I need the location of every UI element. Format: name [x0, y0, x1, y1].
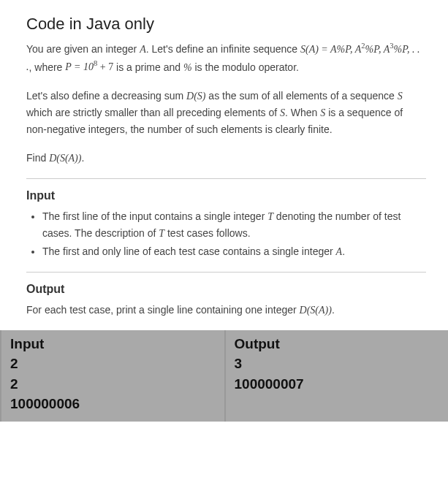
io-line: 3 [235, 354, 440, 374]
io-line: 100000006 [10, 394, 216, 414]
math-S: S [398, 91, 403, 102]
problem-para-2: Let's also define a decreasing sum D(S) … [26, 88, 426, 138]
text: . [332, 304, 335, 316]
text: . Let's define an infinite sequence [146, 43, 300, 55]
math-DS: D(S) [186, 91, 205, 102]
math-A: A [140, 44, 146, 55]
text: is a prime and [113, 61, 183, 72]
text: Let's also define a decreasing sum [26, 90, 186, 102]
page-title: Code in Java only [26, 15, 426, 34]
text: Find [26, 152, 49, 164]
list-item: The first line of the input contains a s… [42, 208, 426, 242]
divider [26, 178, 426, 179]
output-column: Output 3 100000007 [224, 330, 449, 422]
text: , where [29, 61, 66, 72]
input-heading: Input [26, 189, 426, 202]
text: is the modulo operator. [192, 61, 299, 72]
text: . [81, 152, 84, 164]
input-list: The first line of the input contains a s… [26, 208, 426, 260]
p-part: + 7 [97, 61, 113, 72]
problem-para-3: Find D(S(A)). [26, 150, 426, 167]
text: . When [285, 107, 320, 118]
seq-part: S(A) = A%P, A [300, 44, 361, 55]
io-line: 100000007 [235, 374, 440, 395]
math-T: T [267, 211, 273, 222]
output-heading: Output [26, 283, 426, 296]
input-column: Input 2 2 100000006 [0, 330, 224, 422]
io-table: Input 2 2 100000006 Output 3 100000007 [0, 330, 448, 422]
output-para: For each test case, print a single line … [26, 302, 426, 319]
text: You are given an integer [26, 43, 140, 55]
math-pct: % [183, 61, 192, 72]
text: which are strictly smaller than all prec… [26, 107, 280, 118]
math-T: T [159, 228, 164, 239]
math-A: A [336, 246, 343, 257]
text: test cases follows. [164, 227, 251, 239]
text: The first and only line of each test cas… [42, 245, 336, 257]
text: For each test case, print a single line … [26, 304, 300, 316]
text: The first line of the input contains a s… [42, 210, 267, 222]
p-part: P = 10 [65, 61, 94, 72]
math-S: S [280, 107, 285, 118]
text: . [342, 245, 345, 257]
text: as the sum of all elements of a sequence [205, 90, 397, 102]
io-line: 2 [10, 374, 216, 395]
input-col-head: Input [10, 336, 216, 352]
math-DSA: D(S(A)) [49, 153, 81, 164]
list-item: The first and only line of each test cas… [42, 243, 426, 260]
seq-part: %P, A [365, 44, 390, 55]
math-P: P = 108 + 7 [65, 61, 113, 72]
divider [26, 272, 426, 273]
output-col-head: Output [235, 336, 440, 352]
problem-para-1: You are given an integer A. Let's define… [26, 39, 426, 76]
math-DSA: D(S(A)) [300, 305, 332, 316]
io-line: 2 [10, 354, 216, 374]
